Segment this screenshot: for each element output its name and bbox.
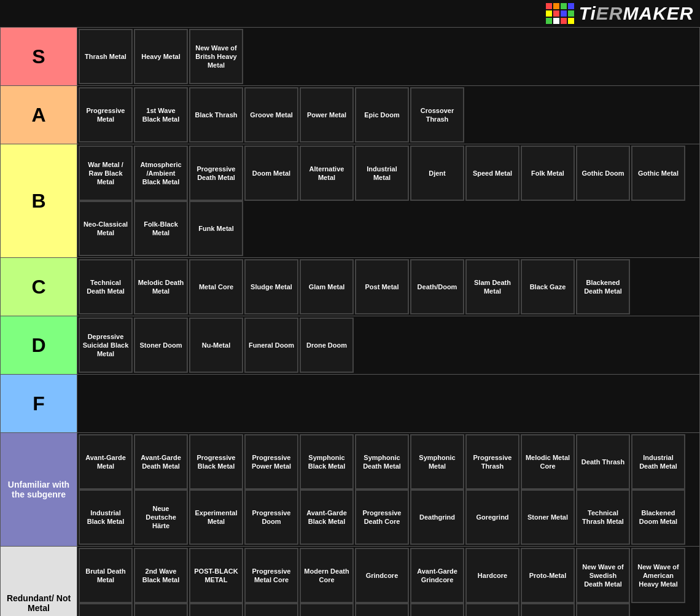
tier-table: TiERMAKER SThrash MetalHeavy MetalNew Wa…	[0, 0, 700, 616]
tier-item: Experimental Metal	[189, 489, 243, 545]
tier-item: Blackened Death Metal	[576, 259, 630, 314]
tier-items-row: Thrash MetalHeavy MetalNew Wave of Brits…	[79, 29, 698, 84]
tier-item: Djent	[410, 146, 464, 201]
tier-items-row: Old School Death MetalOld School Death C…	[79, 603, 698, 616]
tier-item: War Metal / Raw Black Metal	[79, 146, 133, 201]
tier-items-row: Brutal Death Metal2nd Wave Black MetalPO…	[79, 548, 698, 603]
tier-item: Progressive Death Metal	[189, 146, 243, 201]
logo-dot	[553, 3, 559, 9]
tier-item: Doom Metal	[244, 146, 298, 201]
tier-item: Melodic Metal Core	[521, 434, 575, 489]
logo-dot	[561, 3, 567, 9]
tier-item: Grindcore	[355, 548, 409, 603]
tier-content-f	[77, 375, 700, 433]
tier-item: Hardcore	[465, 548, 519, 603]
tier-item: Slam Death Metal	[465, 259, 519, 314]
tier-content-s: Thrash MetalHeavy MetalNew Wave of Brits…	[77, 28, 700, 86]
tier-item: Epic Doom	[355, 87, 409, 142]
tier-item: Gothic Doom	[576, 146, 630, 201]
tier-items-row: Technical Death MetalMelodic Death Metal…	[79, 259, 698, 314]
tier-item: Progressive Metal Core	[244, 548, 298, 603]
tier-label-b: B	[1, 144, 77, 258]
tier-item: Symphonic Death Metal	[355, 434, 409, 489]
tier-item: Epic Metal	[355, 603, 409, 616]
tier-item: Crossover Thrash	[410, 87, 464, 142]
tier-item: Pornogrind	[521, 603, 575, 616]
tier-item: Metal Core	[189, 259, 243, 314]
tier-item: Grunge	[410, 603, 464, 616]
tier-item: New Wave of Swedish Death Metal	[576, 548, 630, 603]
tier-item: Nu-Metal	[189, 318, 243, 373]
tier-row-unfamiliar: Unfamiliar with the subgenreAvant-Garde …	[1, 433, 700, 547]
tier-item: Alternative Metal	[300, 146, 354, 201]
tier-row-a: AProgressive Metal1st Wave Black MetalBl…	[1, 86, 700, 144]
tier-item: Technical Death Metal	[79, 259, 133, 314]
logo-dot	[546, 3, 552, 9]
tier-item: Neue Deutsche Härte	[134, 489, 188, 545]
tier-content-redundant: Brutal Death Metal2nd Wave Black MetalPO…	[77, 547, 700, 617]
tier-item: Old School Death Core	[134, 603, 188, 616]
logo-dot	[568, 18, 574, 24]
tier-row-s: SThrash MetalHeavy MetalNew Wave of Brit…	[1, 28, 700, 86]
tier-item: Avant-Garde Black Metal	[300, 489, 354, 545]
tier-item: Heavy Metal	[134, 29, 188, 84]
tier-item: Industrial Death Metal	[631, 434, 685, 489]
tier-item: Avant-Garde Metal	[79, 434, 133, 489]
tier-item: Gothic Metal	[631, 146, 685, 201]
logo-dot	[561, 10, 567, 17]
tier-item: Death Thrash	[576, 434, 630, 489]
tier-item: Symphonic Metal	[410, 434, 464, 489]
tier-item: Brutal Death Metal	[79, 548, 133, 603]
tier-item: Stoner Doom	[134, 318, 188, 373]
tier-item: Depressive Suicidal Black Metal	[79, 318, 133, 373]
tier-item: Progressive Death Core	[355, 489, 409, 545]
tier-items-row: Progressive Metal1st Wave Black MetalBla…	[79, 87, 698, 142]
tier-item: Cybergrind	[300, 603, 354, 616]
tier-item: Progressive Thrash	[465, 434, 519, 489]
tier-item: Progressive Metal	[79, 87, 133, 142]
tier-item: Blackened Doom Metal	[631, 489, 685, 545]
tier-item: Goregrind	[465, 489, 519, 545]
tier-label-d: D	[1, 316, 77, 375]
tier-row-redundant: Redundant/ Not MetalBrutal Death Metal2n…	[1, 547, 700, 617]
logo-container: TiERMAKER	[7, 3, 694, 24]
tier-item: Proto-Metal	[521, 548, 575, 603]
tier-row-d: DDepressive Suicidal Black MetalStoner D…	[1, 316, 700, 375]
tier-items-row: Depressive Suicidal Black MetalStoner Do…	[79, 318, 698, 373]
logo-area: TiERMAKER	[1, 0, 700, 28]
tier-item: Post Metal	[355, 259, 409, 314]
tier-item: Deathgrind	[410, 489, 464, 545]
logo-dot	[553, 18, 559, 24]
tier-item: Symphonic Black Metal	[300, 434, 354, 489]
tier-item: Speed Metal	[465, 146, 519, 201]
tier-content-b: War Metal / Raw Black MetalAtmospheric /…	[77, 144, 700, 258]
tier-item: New Wave of American Heavy Metal	[631, 548, 685, 603]
logo-text: TiERMAKER	[579, 3, 694, 24]
tier-item: Modern Death Metal	[189, 603, 243, 616]
logo-dot	[568, 10, 574, 17]
tier-items-row	[79, 376, 698, 431]
tier-label-a: A	[1, 86, 77, 144]
tier-label-c: C	[1, 258, 77, 316]
tier-item: Avant-Garde Grindcore	[410, 548, 464, 603]
tier-item: New Wave of Britsh Heavy Metal	[189, 29, 243, 84]
tier-content-unfamiliar: Avant-Garde MetalAvant-Garde Death Metal…	[77, 433, 700, 547]
logo-dot	[561, 18, 567, 24]
tier-item: Funk Metal	[189, 201, 243, 256]
tier-item: Progressive Power Metal	[244, 434, 298, 489]
tier-item: Neo-Classical Metal	[79, 201, 133, 256]
tier-content-d: Depressive Suicidal Black MetalStoner Do…	[77, 316, 700, 375]
tier-item: Groove Metal	[244, 87, 298, 142]
tier-item: Stoner Metal	[521, 489, 575, 545]
tier-item: Progressive Black Metal	[189, 434, 243, 489]
tier-item: Technical Thrash Metal	[576, 489, 630, 545]
tier-item: Melodic Death Metal	[134, 259, 188, 314]
tier-item: Dark Metal	[244, 603, 298, 616]
logo-dot	[546, 10, 552, 17]
tier-item: Sludge Metal	[244, 259, 298, 314]
tier-item: Atmospheric /Ambient Black Metal	[134, 146, 188, 201]
tier-item: Progressive Doom	[244, 489, 298, 545]
tier-content-c: Technical Death MetalMelodic Death Metal…	[77, 258, 700, 316]
tier-item: Black Thrash	[189, 87, 243, 142]
tier-items-row: War Metal / Raw Black MetalAtmospheric /…	[79, 146, 698, 201]
